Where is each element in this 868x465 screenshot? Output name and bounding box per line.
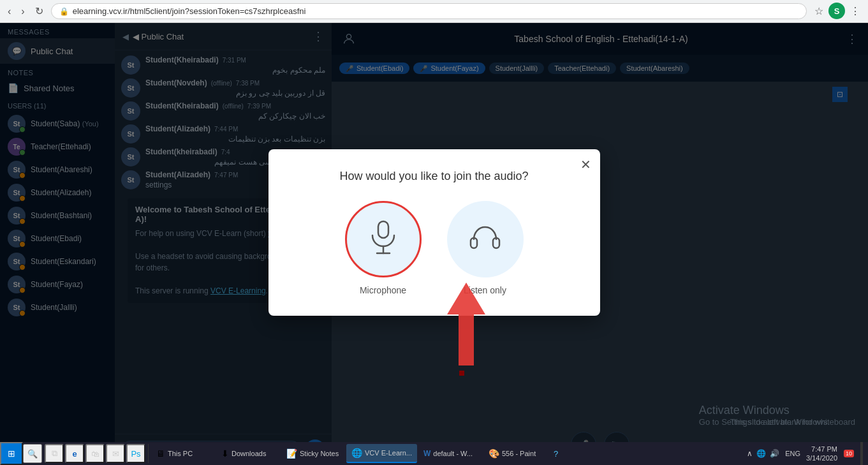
- start-button[interactable]: ⊞: [0, 442, 23, 465]
- browser-actions: ☆ S ⋮: [812, 3, 863, 20]
- photoshop-button[interactable]: Ps: [126, 444, 145, 463]
- taskbar-app-word[interactable]: W default - W...: [418, 444, 482, 463]
- tray-time[interactable]: 7:47 PM 3/14/2020: [806, 445, 837, 463]
- ie-button[interactable]: e: [65, 444, 84, 463]
- url-text: elearning.vcv.ir/html5client/join?sessio…: [73, 6, 306, 16]
- vcv-icon: 🌐: [351, 448, 362, 458]
- windows-icon: ⊞: [8, 448, 15, 459]
- lock-icon: 🔒: [59, 7, 69, 16]
- clock-date: 3/14/2020: [806, 454, 837, 462]
- thispc-label: This PC: [168, 450, 193, 457]
- taskbar-app-stickynotes[interactable]: 📝 Sticky Notes: [281, 444, 345, 463]
- store-button[interactable]: 🛍: [85, 444, 105, 463]
- taskbar-tray: ∧ 🌐 🔊 ENG 7:47 PM 3/14/2020 10: [742, 442, 868, 465]
- network-icon[interactable]: 🌐: [756, 449, 766, 458]
- bookmark-button[interactable]: ☆: [812, 3, 826, 20]
- task-view-button[interactable]: ⧉: [45, 444, 64, 463]
- microphone-option[interactable]: Microphone: [345, 201, 422, 295]
- modal-overlay: ✕ How would you like to join the audio? …: [0, 23, 868, 442]
- downloads-icon: ⬇: [221, 448, 229, 459]
- listen-only-option[interactable]: Listen only: [447, 201, 524, 295]
- search-button[interactable]: 🔍: [23, 444, 42, 463]
- taskbar-apps: 🖥 This PC ⬇ Downloads 📝 Sticky Notes 🌐 V…: [149, 444, 742, 463]
- browser-bar: ‹ › ↻ 🔒 elearning.vcv.ir/html5client/joi…: [0, 0, 868, 23]
- taskbar-app-vcv[interactable]: 🌐 VCV E-Learn...: [346, 444, 417, 463]
- help-icon: ?: [554, 449, 558, 459]
- chevron-up-icon[interactable]: ∧: [747, 449, 753, 458]
- vcv-label: VCV E-Learn...: [365, 449, 412, 457]
- downloads-label: Downloads: [232, 450, 266, 457]
- profile-avatar[interactable]: S: [828, 3, 845, 19]
- reload-button[interactable]: ↻: [33, 3, 46, 20]
- forward-button[interactable]: ›: [18, 3, 27, 20]
- language-button[interactable]: ENG: [783, 450, 802, 457]
- search-icon: 🔍: [27, 449, 38, 459]
- headphones-icon: [467, 223, 503, 256]
- paint-icon: 🎨: [489, 448, 499, 459]
- taskbar-app-paint[interactable]: 🎨 556 - Paint: [483, 444, 547, 463]
- paint-label: 556 - Paint: [502, 450, 536, 457]
- address-bar[interactable]: 🔒 elearning.vcv.ir/html5client/join?sess…: [51, 3, 807, 19]
- taskbar-app-downloads[interactable]: ⬇ Downloads: [216, 444, 280, 463]
- clock-time: 7:47 PM: [806, 445, 837, 454]
- word-label: default - W...: [433, 450, 473, 457]
- modal-close-button[interactable]: ✕: [580, 157, 591, 172]
- notification-button[interactable]: 10: [841, 442, 857, 465]
- audio-join-modal: ✕ How would you like to join the audio? …: [268, 149, 600, 316]
- modal-title: How would you like to join the audio?: [294, 170, 575, 183]
- listen-only-circle: [447, 201, 524, 277]
- speaker-icon[interactable]: 🔊: [770, 449, 779, 458]
- show-desktop-button[interactable]: [860, 442, 863, 465]
- microphone-circle: [345, 201, 422, 277]
- microphone-label: Microphone: [360, 285, 406, 295]
- back-button[interactable]: ‹: [5, 3, 13, 20]
- taskbar-quick-icons: ⧉ e 🛍 ✉ Ps: [42, 444, 149, 463]
- thispc-icon: 🖥: [156, 448, 165, 459]
- taskbar: ⊞ 🔍 ⧉ e 🛍 ✉ Ps 🖥 This PC ⬇ Downloads 📝 S…: [0, 442, 868, 465]
- listen-only-label: Listen only: [464, 285, 506, 295]
- microphone-icon: [367, 220, 399, 258]
- svg-rect-3: [378, 221, 388, 238]
- chrome-menu-button[interactable]: ⋮: [848, 3, 863, 20]
- taskbar-app-thispc[interactable]: 🖥 This PC: [151, 444, 215, 463]
- modal-options: Microphone Listen only: [294, 201, 575, 295]
- stickynotes-label: Sticky Notes: [300, 450, 339, 457]
- stickynotes-icon: 📝: [286, 448, 297, 459]
- taskbar-app-help[interactable]: ?: [548, 444, 612, 463]
- word-icon: W: [423, 449, 430, 458]
- mail-button[interactable]: ✉: [106, 444, 125, 463]
- notification-count: 10: [844, 450, 854, 457]
